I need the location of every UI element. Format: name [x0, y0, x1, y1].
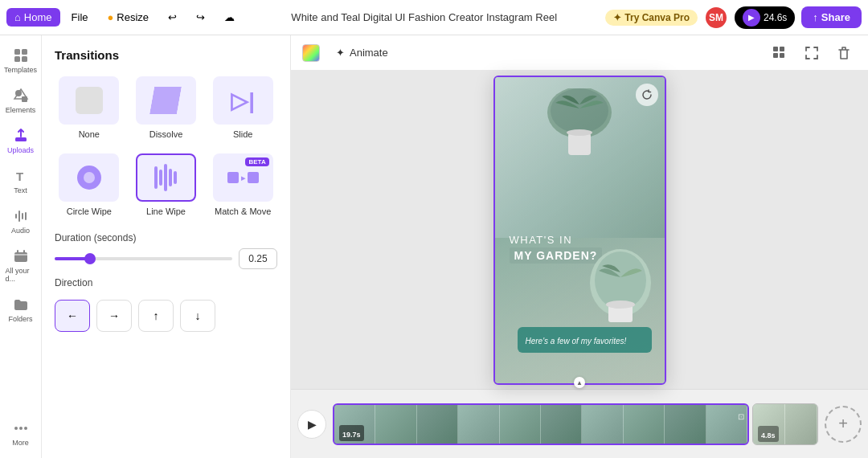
main-layout: Templates Elements Uploads — [0, 35, 868, 458]
color-swatch[interactable] — [302, 44, 320, 62]
direction-down-button[interactable]: ↓ — [180, 300, 215, 332]
sidebar-item-text[interactable]: T Text — [2, 162, 39, 199]
redo-button[interactable]: ↪ — [188, 8, 213, 27]
share-icon: ↑ — [813, 11, 818, 23]
filmstrip-frame-2 — [375, 405, 416, 444]
svg-rect-7 — [15, 137, 27, 141]
canva-pro-badge[interactable]: ✦ Try Canva Pro — [605, 10, 698, 26]
duration-row: 0.25 — [55, 248, 277, 269]
sidebar-item-audio[interactable]: Audio — [2, 202, 39, 239]
svg-rect-16 — [780, 53, 784, 58]
collapse-button[interactable]: ▲ — [574, 377, 585, 388]
timeline-dots-row: ▲ — [574, 377, 585, 388]
svg-point-12 — [24, 427, 27, 430]
sidebar-item-elements[interactable]: Elements — [2, 82, 39, 119]
delete-button[interactable] — [831, 40, 857, 66]
audio-icon — [12, 207, 30, 225]
grid-view-button[interactable] — [767, 40, 792, 66]
transition-card-none[interactable]: None — [55, 73, 124, 142]
transition-card-match-move[interactable]: BETA ▸ Match & Move — [208, 150, 277, 219]
avatar[interactable]: SM — [704, 6, 728, 30]
filmstrip-frame-6 — [541, 405, 582, 444]
filmstrip-frame-3 — [417, 405, 458, 444]
file-button[interactable]: File — [63, 8, 96, 27]
refresh-button[interactable] — [636, 84, 658, 106]
match-move-visual: ▸ — [227, 172, 259, 183]
slide-visual: ▷| — [231, 88, 255, 114]
delete-icon — [837, 46, 851, 60]
direction-left-button[interactable]: ← — [55, 300, 90, 332]
timeline-clip-secondary[interactable]: 4.8s — [752, 403, 818, 445]
svg-point-24 — [606, 301, 635, 309]
transition-thumb-dissolve — [136, 76, 196, 125]
transition-card-line-wipe[interactable]: Line Wipe — [132, 150, 201, 219]
transition-card-circle-wipe[interactable]: Circle Wipe — [55, 150, 124, 219]
animate-button[interactable]: ✦ Animate — [326, 43, 398, 62]
duration-thumb[interactable] — [84, 253, 96, 264]
direction-up-button[interactable]: ↑ — [138, 300, 174, 332]
transition-label-match-move: Match & Move — [215, 207, 271, 216]
transition-label-line-wipe: Line Wipe — [146, 207, 186, 216]
transition-label-slide: Slide — [233, 129, 252, 139]
document-title: White and Teal Digital UI Fashion Creato… — [246, 11, 602, 23]
expand-button[interactable] — [799, 40, 825, 66]
home-button[interactable]: ⌂ Home — [6, 8, 60, 27]
audio-label: Audio — [11, 227, 30, 235]
sidebar-item-folders[interactable]: Folders — [2, 291, 39, 328]
folders-label: Folders — [8, 315, 32, 323]
text-label: Text — [14, 186, 27, 194]
line-bar-5 — [174, 171, 177, 184]
circle-wipe-visual — [77, 166, 101, 190]
undo-button[interactable]: ↩ — [160, 8, 185, 27]
share-button[interactable]: ↑ Share — [801, 6, 862, 28]
play-button-nav[interactable]: ▶ — [743, 9, 760, 27]
star-icon: ✦ — [613, 12, 621, 23]
sidebar-item-templates[interactable]: Templates — [2, 42, 39, 79]
icon-sidebar: Templates Elements Uploads — [0, 35, 42, 458]
animate-label: Animate — [350, 47, 388, 59]
transition-thumb-line-wipe — [136, 153, 196, 202]
transitions-panel: Transitions None Dissolve ▷| — [42, 35, 291, 458]
sidebar-item-all-designs[interactable]: All your d... — [2, 243, 39, 288]
transition-card-slide[interactable]: ▷| Slide — [208, 73, 277, 142]
clip-lock-icon: ⊡ — [738, 408, 744, 423]
transition-thumb-match-move: BETA ▸ — [213, 153, 273, 202]
resize-button[interactable]: ● Resize — [100, 8, 158, 27]
cloud-button[interactable]: ☁ — [216, 8, 243, 27]
line-bar-4 — [169, 169, 172, 186]
sidebar-item-uploads[interactable]: Uploads — [2, 122, 39, 159]
direction-right-button[interactable]: → — [96, 300, 132, 332]
dissolve-visual — [149, 87, 182, 114]
transition-thumb-none — [59, 76, 119, 125]
timeline-clip-main[interactable]: 19.7s ⊡ — [333, 403, 749, 445]
line-wipe-visual — [154, 164, 177, 191]
duration-label: Duration (seconds) — [55, 232, 277, 243]
animate-icon: ✦ — [336, 47, 345, 59]
direction-label: Direction — [55, 277, 277, 288]
transition-card-dissolve[interactable]: Dissolve — [132, 73, 201, 142]
duration-input[interactable]: 0.25 — [239, 248, 277, 269]
add-clip-button[interactable]: + — [825, 406, 862, 443]
timeline-play-button[interactable]: ▶ — [297, 410, 326, 439]
duration-slider[interactable] — [55, 257, 232, 260]
text-icon: T — [12, 167, 30, 185]
svg-text:T: T — [16, 170, 23, 183]
transition-label-circle-wipe: Circle Wipe — [67, 207, 112, 216]
add-icon: + — [838, 415, 848, 433]
sidebar-item-more[interactable]: More — [2, 415, 39, 452]
direction-row: ← → ↑ ↓ — [55, 300, 277, 332]
svg-point-11 — [19, 427, 23, 430]
canva-pro-label: Try Canva Pro — [624, 12, 690, 23]
grid-view-icon — [772, 46, 787, 60]
sec-frame-2 — [785, 404, 817, 444]
time-badge: ▶ 24.6s — [735, 6, 795, 29]
svg-rect-9 — [14, 252, 27, 262]
more-label: More — [12, 439, 29, 447]
uploads-label: Uploads — [7, 146, 34, 154]
uploads-icon — [12, 127, 30, 145]
canvas-card[interactable]: WHAT'S IN MY GARDEN? — [493, 76, 666, 385]
svg-rect-13 — [773, 47, 778, 51]
home-label: Home — [24, 11, 52, 23]
canvas-main: WHAT'S IN MY GARDEN? — [291, 71, 868, 389]
all-designs-icon — [12, 247, 30, 265]
